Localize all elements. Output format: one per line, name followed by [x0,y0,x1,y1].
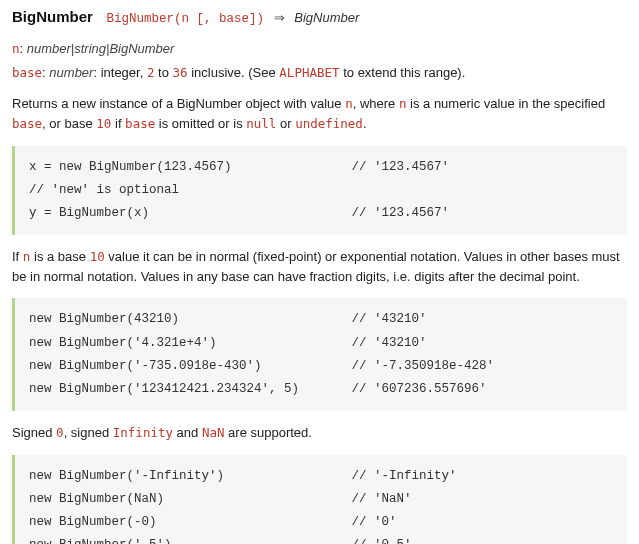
param-n: n: number|string|BigNumber [12,39,627,59]
description-3: Signed 0, signed Infinity and NaN are su… [12,423,627,443]
code-example-2: new BigNumber(43210) // '43210' new BigN… [12,298,627,411]
param-n-type: number|string|BigNumber [27,41,175,56]
code-example-3: new BigNumber('-Infinity') // '-Infinity… [12,455,627,544]
param-base-name: base [12,65,42,80]
param-n-name: n [12,41,20,56]
method-name: BigNumber [12,8,93,25]
method-header: BigNumber BigNumber(n [, base]) ⇒ BigNum… [12,6,627,29]
param-base-type: number [49,65,93,80]
description-2: If n is a base 10 value it can be in nor… [12,247,627,286]
alphabet-link[interactable]: ALPHABET [279,65,339,80]
param-base: base: number: integer, 2 to 36 inclusive… [12,63,627,83]
method-signature: BigNumber(n [, base]) [106,12,264,26]
return-type: BigNumber [294,10,359,25]
arrow-icon: ⇒ [274,10,285,25]
description-1: Returns a new instance of a BigNumber ob… [12,94,627,134]
code-example-1: x = new BigNumber(123.4567) // '123.4567… [12,146,627,235]
